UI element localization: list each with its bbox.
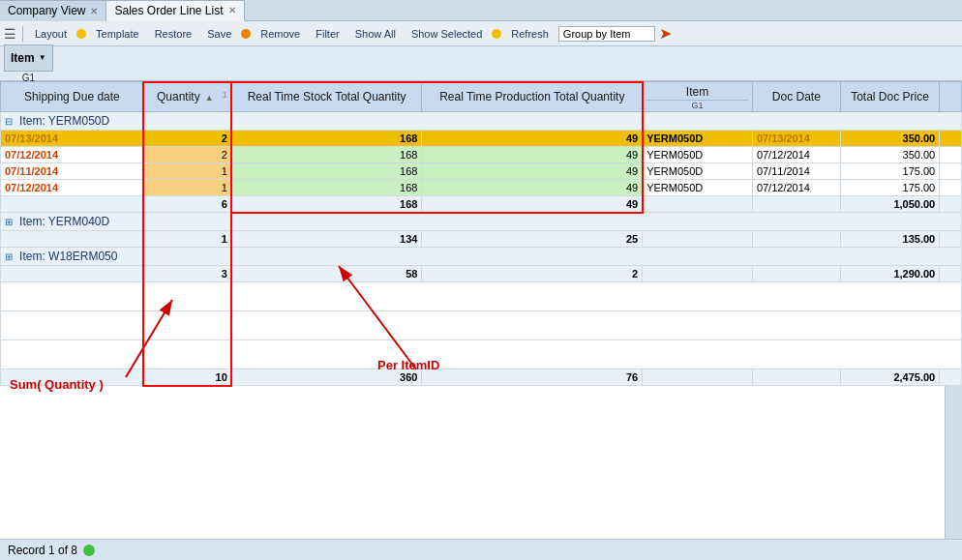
save-button[interactable]: Save xyxy=(201,26,237,42)
item-selector[interactable]: Item ▼ xyxy=(4,44,53,72)
tab-bar: Company View ✕ Sales Order Line List ✕ xyxy=(0,0,962,21)
summary-rt-stock: 134 xyxy=(231,231,422,248)
header-item: Item G1 xyxy=(643,82,753,112)
cell-item: YERM050D xyxy=(643,180,753,196)
layout-indicator xyxy=(76,29,86,39)
tab-company-view-close[interactable]: ✕ xyxy=(90,6,98,16)
remove-button[interactable]: Remove xyxy=(255,26,306,42)
summary-rt-stock: 168 xyxy=(231,196,422,213)
summary-spacer xyxy=(940,231,962,248)
table-row[interactable]: 07/12/2014 2 168 49 YERM050D 07/12/2014 … xyxy=(1,147,962,163)
show-all-button[interactable]: Show All xyxy=(349,26,402,42)
cell-rt-prod: 49 xyxy=(422,131,643,147)
summary-quantity: 1 xyxy=(143,231,231,248)
group-expand-icon[interactable]: ⊞ xyxy=(5,217,13,227)
cell-docdate: 07/11/2014 xyxy=(752,163,840,180)
group-header-label: ⊞ Item: YERM040D xyxy=(1,213,962,231)
group-header-label: ⊞ Item: W18ERM050 xyxy=(1,248,962,266)
summary-spacer xyxy=(940,196,962,213)
cell-item: YERM050D xyxy=(643,163,753,180)
show-selected-button[interactable]: Show Selected xyxy=(406,26,488,42)
cell-spacer xyxy=(940,131,962,147)
cell-item: YERM050D xyxy=(643,147,753,163)
summary-totalprice: 1,050.00 xyxy=(840,196,939,213)
summary-shipping xyxy=(1,231,144,248)
summary-totalprice: 1,290.00 xyxy=(840,266,939,282)
cell-rt-prod: 49 xyxy=(422,180,643,196)
cell-spacer xyxy=(940,163,962,180)
toolbar-menu-icon[interactable]: ☰ xyxy=(4,26,16,42)
tab-company-view[interactable]: Company View ✕ xyxy=(0,0,106,21)
layout-button[interactable]: Layout xyxy=(29,26,73,42)
summary-quantity: 3 xyxy=(143,266,231,282)
cell-totalprice: 175.00 xyxy=(840,163,939,180)
cell-docdate: 07/12/2014 xyxy=(752,147,840,163)
summary-rt-prod: 25 xyxy=(422,231,643,248)
summary-quantity: 6 xyxy=(143,196,231,213)
grand-total-rt-stock: 360 xyxy=(231,369,422,386)
cell-spacer xyxy=(940,180,962,196)
cell-quantity: 2 xyxy=(143,131,231,147)
summary-docdate xyxy=(752,231,840,248)
cell-quantity: 1 xyxy=(143,180,231,196)
cell-totalprice: 350.00 xyxy=(840,147,939,163)
summary-item xyxy=(643,266,753,282)
header-spacer xyxy=(940,82,962,112)
cell-shipping: 07/12/2014 xyxy=(1,147,144,163)
cell-quantity: 1 xyxy=(143,163,231,180)
empty-row-3 xyxy=(1,340,962,369)
group-expand-icon[interactable]: ⊞ xyxy=(5,251,13,262)
item-selector-label: Item xyxy=(11,51,35,65)
summary-shipping xyxy=(1,196,144,213)
summary-totalprice: 135.00 xyxy=(840,231,939,248)
filter-button[interactable]: Filter xyxy=(310,26,345,42)
group-by-input[interactable] xyxy=(558,26,655,42)
cell-docdate: 07/12/2014 xyxy=(752,180,840,196)
grand-total-rt-prod: 76 xyxy=(422,369,643,386)
table-row[interactable]: 07/12/2014 1 168 49 YERM050D 07/12/2014 … xyxy=(1,180,962,196)
refresh-button[interactable]: Refresh xyxy=(505,26,555,42)
summary-item xyxy=(643,231,753,248)
template-button[interactable]: Template xyxy=(90,26,145,42)
header-docdate: Doc Date xyxy=(752,82,840,112)
grand-total-shipping xyxy=(1,369,144,386)
cell-rt-stock: 168 xyxy=(231,180,422,196)
cell-item: YERM050D xyxy=(643,131,753,147)
grand-total-spacer xyxy=(940,369,962,386)
show-selected-indicator xyxy=(492,29,501,39)
cell-rt-prod: 49 xyxy=(422,147,643,163)
group-header-w18erm050: ⊞ Item: W18ERM050 xyxy=(1,248,962,266)
grand-total-quantity: 10 xyxy=(143,369,231,386)
toolbar-arrow-icon[interactable]: ➤ xyxy=(659,24,672,43)
summary-rt-prod: 2 xyxy=(422,266,643,282)
restore-button[interactable]: Restore xyxy=(149,26,198,42)
data-table: Shipping Due date Quantity 1 ▲ Real Time… xyxy=(0,81,962,386)
empty-row-2 xyxy=(1,311,962,340)
cell-docdate: 07/13/2014 xyxy=(752,131,840,147)
status-indicator xyxy=(83,545,95,556)
quantity-sort-icon[interactable]: ▲ xyxy=(205,93,214,103)
summary-rt-stock: 58 xyxy=(231,266,422,282)
summary-rt-prod: 49 xyxy=(422,196,643,213)
item-selector-arrow-icon: ▼ xyxy=(39,53,46,62)
toolbar: ☰ Layout Template Restore Save Remove Fi… xyxy=(0,21,962,46)
summary-row-yerm040d: 1 134 25 135.00 xyxy=(1,231,962,248)
table-container[interactable]: Shipping Due date Quantity 1 ▲ Real Time… xyxy=(0,81,962,539)
group-collapse-icon[interactable]: ⊟ xyxy=(5,116,13,127)
table-row[interactable]: 07/13/2014 2 168 49 YERM050D 07/13/2014 … xyxy=(1,131,962,147)
cell-quantity: 2 xyxy=(143,147,231,163)
empty-row xyxy=(1,282,962,311)
cell-rt-stock: 168 xyxy=(231,163,422,180)
tab-sales-order[interactable]: Sales Order Line List ✕ xyxy=(106,0,244,21)
summary-shipping xyxy=(1,266,144,282)
cell-totalprice: 350.00 xyxy=(840,131,939,147)
record-text: Record 1 of 8 xyxy=(8,544,77,557)
tab-sales-order-close[interactable]: ✕ xyxy=(228,5,236,15)
summary-row-w18erm050: 3 58 2 1,290.00 xyxy=(1,266,962,282)
group-header-label: ⊟ Item: YERM050D xyxy=(1,112,962,131)
table-row[interactable]: 07/11/2014 1 168 49 YERM050D 07/11/2014 … xyxy=(1,163,962,180)
cell-shipping: 07/12/2014 xyxy=(1,180,144,196)
group-header-yerm040d: ⊞ Item: YERM040D xyxy=(1,213,962,231)
group-header-yerm050d: ⊟ Item: YERM050D xyxy=(1,112,962,131)
header-rt-prod: Real Time Production Total Quantity xyxy=(422,82,643,112)
